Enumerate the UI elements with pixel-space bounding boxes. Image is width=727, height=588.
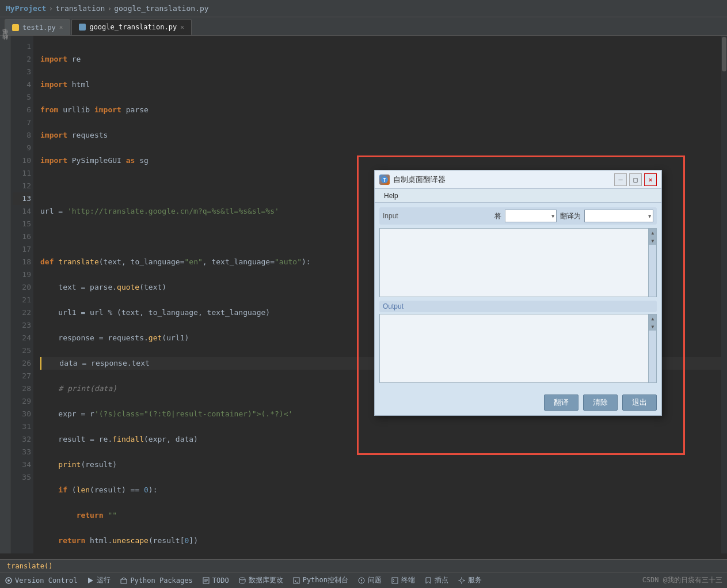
console-icon bbox=[292, 576, 300, 585]
line-num: 18 bbox=[13, 256, 31, 268]
line-num: 29 bbox=[13, 395, 31, 408]
line-num: 28 bbox=[13, 382, 31, 395]
scrollbar-down-icon[interactable]: ▼ bbox=[649, 323, 657, 331]
svg-rect-16 bbox=[392, 578, 398, 583]
tab-label: test1.py bbox=[22, 24, 56, 32]
scrollbar-down-icon[interactable]: ▼ bbox=[649, 237, 657, 245]
project-name: MyProject bbox=[6, 4, 46, 13]
line-num: 20 bbox=[13, 281, 31, 294]
status-run[interactable]: 运行 bbox=[86, 575, 111, 585]
tab-google-translation[interactable]: google_translation.py × bbox=[71, 19, 191, 35]
status-db[interactable]: 数据库更改 bbox=[238, 575, 283, 585]
line-num: 8 bbox=[13, 129, 31, 142]
line-num: 9 bbox=[13, 142, 31, 154]
dialog-to-label: 翻译为 bbox=[560, 211, 581, 221]
line-num: 5 bbox=[13, 91, 31, 104]
console-label: Python控制台 bbox=[303, 575, 348, 585]
dialog-input-container: ▲ ▼ bbox=[379, 228, 657, 297]
dialog-output-label: Output bbox=[379, 301, 657, 312]
tab-close-icon[interactable]: × bbox=[180, 24, 184, 31]
dialog-input-label: Input bbox=[383, 212, 398, 220]
output-scrollbar[interactable]: ▲ ▼ bbox=[648, 314, 656, 382]
dialog-minimize-button[interactable]: – bbox=[614, 173, 627, 186]
dialog-from-combo[interactable]: ▼ bbox=[505, 210, 557, 222]
dialog-input-row: Input 将 ▼ 翻译为 ▼ bbox=[379, 207, 657, 225]
function-breadcrumb-bar: translate() bbox=[0, 559, 727, 572]
bookmarks-label: 插点 bbox=[435, 575, 448, 585]
version-control-label: Version Control bbox=[15, 576, 77, 585]
line-num: 15 bbox=[13, 218, 31, 230]
line-num: 11 bbox=[13, 167, 31, 180]
line-num: 34 bbox=[13, 458, 31, 471]
line-num: 25 bbox=[13, 344, 31, 357]
dialog-window[interactable]: T 自制桌面翻译器 – □ ✕ Help Input 将 ▼ 翻译为 ▼ bbox=[374, 170, 662, 416]
tab-close-icon[interactable]: × bbox=[59, 24, 63, 31]
code-line-4: import requests bbox=[40, 129, 721, 142]
dialog-to-combo[interactable]: ▼ bbox=[584, 210, 653, 222]
input-scrollbar[interactable]: ▲ ▼ bbox=[648, 229, 656, 297]
line-num: 32 bbox=[13, 433, 31, 446]
code-line-18: if (len(result) == 0): bbox=[40, 484, 721, 496]
dialog-app-icon: T bbox=[379, 174, 390, 185]
scrollbar-up-icon[interactable]: ▲ bbox=[649, 314, 657, 323]
svg-point-21 bbox=[461, 582, 462, 583]
status-todo[interactable]: TODO bbox=[202, 576, 229, 585]
tab-test1[interactable]: test1.py × bbox=[5, 19, 70, 35]
code-line-2: import html bbox=[40, 78, 721, 91]
packages-label: Python Packages bbox=[130, 576, 192, 585]
svg-point-20 bbox=[461, 577, 462, 578]
line-num: 30 bbox=[13, 408, 31, 420]
line-num: 6 bbox=[13, 104, 31, 116]
line-num: 4 bbox=[13, 78, 31, 91]
status-bar: Version Control 运行 Python Packages TODO … bbox=[0, 572, 727, 588]
code-line-1: import re bbox=[40, 53, 721, 66]
db-icon bbox=[238, 576, 246, 585]
svg-rect-5 bbox=[121, 579, 127, 583]
terminal-label: 终端 bbox=[401, 575, 415, 585]
dialog-maximize-button[interactable]: □ bbox=[629, 173, 642, 186]
line-num: 21 bbox=[13, 294, 31, 306]
line-num: 23 bbox=[13, 319, 31, 332]
svg-point-10 bbox=[239, 578, 245, 580]
tab-icon bbox=[12, 24, 19, 31]
scrollbar-up-icon[interactable]: ▲ bbox=[649, 229, 657, 237]
dialog-close-button[interactable]: ✕ bbox=[644, 173, 657, 186]
status-version-control[interactable]: Version Control bbox=[5, 576, 77, 585]
tab-bar: test1.py × google_translation.py × bbox=[0, 17, 727, 36]
dialog-menu-help[interactable]: Help bbox=[379, 192, 403, 200]
dialog-output-textarea[interactable]: ▲ ▼ bbox=[379, 314, 657, 383]
status-right-label: CSDN @我的日袋有三十三 bbox=[642, 575, 722, 585]
svg-point-23 bbox=[464, 580, 465, 581]
status-python-packages[interactable]: Python Packages bbox=[120, 576, 192, 585]
dialog-input-textarea[interactable]: ▲ ▼ bbox=[379, 228, 657, 297]
terminal-icon bbox=[391, 576, 399, 585]
status-problems[interactable]: 问题 bbox=[357, 575, 382, 585]
line-num: 35 bbox=[13, 471, 31, 484]
git-icon bbox=[5, 576, 13, 585]
status-services[interactable]: 服务 bbox=[458, 575, 482, 585]
code-scrollbar[interactable] bbox=[721, 36, 727, 553]
clear-button[interactable]: 清除 bbox=[583, 394, 618, 411]
code-line-16: result = re.findall(expr, data) bbox=[40, 433, 721, 446]
svg-point-3 bbox=[7, 579, 10, 582]
dialog-titlebar: T 自制桌面翻译器 – □ ✕ bbox=[375, 170, 661, 189]
translate-button[interactable]: 翻译 bbox=[544, 394, 578, 411]
line-num: 22 bbox=[13, 306, 31, 319]
line-num: 33 bbox=[13, 446, 31, 458]
problems-label: 问题 bbox=[368, 575, 382, 585]
svg-point-15 bbox=[361, 582, 362, 583]
line-num: 24 bbox=[13, 332, 31, 344]
line-num: 10 bbox=[13, 154, 31, 167]
scrollbar-thumb[interactable] bbox=[722, 37, 726, 71]
code-line-20: return html.unescape(result[0]) bbox=[40, 534, 721, 547]
line-num: 31 bbox=[13, 420, 31, 433]
status-bookmarks[interactable]: 插点 bbox=[424, 575, 448, 585]
breadcrumb: MyProject › translation › google_transla… bbox=[6, 4, 209, 13]
dialog-translate-label: 将 bbox=[494, 211, 501, 221]
line-num: 16 bbox=[13, 230, 31, 243]
packages-icon bbox=[120, 576, 128, 585]
run-icon bbox=[86, 576, 94, 585]
status-python-console[interactable]: Python控制台 bbox=[292, 575, 348, 585]
exit-button[interactable]: 退出 bbox=[622, 394, 657, 411]
status-terminal[interactable]: 终端 bbox=[391, 575, 415, 585]
